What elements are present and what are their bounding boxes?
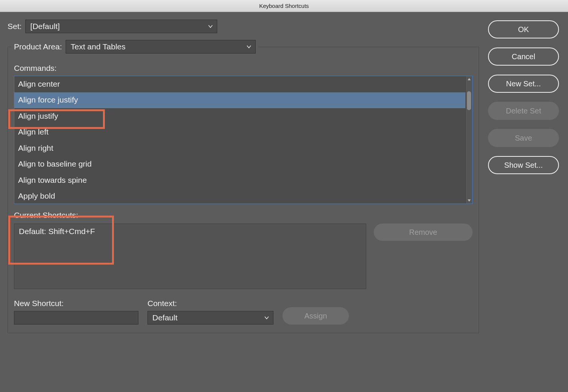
- chevron-down-icon: [264, 315, 269, 320]
- assign-button[interactable]: Assign: [282, 307, 349, 325]
- cancel-button[interactable]: Cancel: [488, 47, 559, 66]
- command-item[interactable]: Align to baseline grid: [14, 156, 465, 173]
- save-button[interactable]: Save: [488, 129, 559, 147]
- show-set-button[interactable]: Show Set...: [488, 156, 559, 174]
- scroll-up-icon[interactable]: [466, 76, 472, 82]
- context-label: Context:: [147, 299, 273, 308]
- remove-button[interactable]: Remove: [374, 224, 473, 241]
- dialog-title: Keyboard Shortcuts: [259, 3, 309, 9]
- commands-label: Commands:: [14, 64, 473, 73]
- current-shortcuts-listbox[interactable]: Default: Shift+Cmd+F: [14, 224, 366, 289]
- product-area-value: Text and Tables: [71, 42, 126, 51]
- chevron-down-icon: [208, 24, 213, 29]
- product-area-dropdown[interactable]: Text and Tables: [66, 40, 256, 54]
- set-dropdown[interactable]: [Default]: [25, 20, 217, 33]
- product-area-fieldset: Product Area: Text and Tables Commands: …: [8, 47, 479, 333]
- set-label: Set:: [8, 22, 21, 31]
- context-value: Default: [152, 313, 178, 322]
- dialog-titlebar: Keyboard Shortcuts: [0, 0, 568, 12]
- new-set-button[interactable]: New Set...: [488, 75, 559, 93]
- commands-listbox[interactable]: Align centerAlign force justifyAlign jus…: [14, 76, 473, 204]
- product-area-label: Product Area:: [14, 42, 62, 51]
- command-item[interactable]: Align center: [14, 76, 465, 92]
- shortcut-item[interactable]: Default: Shift+Cmd+F: [16, 225, 364, 237]
- delete-set-button[interactable]: Delete Set: [488, 102, 559, 120]
- set-value: [Default]: [30, 22, 60, 31]
- new-shortcut-label: New Shortcut:: [14, 299, 138, 308]
- command-item[interactable]: Align force justify: [14, 92, 465, 109]
- command-item[interactable]: Align justify: [14, 108, 465, 124]
- commands-scrollbar[interactable]: [465, 76, 472, 204]
- command-item[interactable]: Align left: [14, 124, 465, 141]
- command-item[interactable]: Align towards spine: [14, 172, 465, 188]
- new-shortcut-input[interactable]: [14, 311, 138, 325]
- scroll-thumb[interactable]: [467, 91, 471, 110]
- current-shortcuts-label: Current Shortcuts:: [14, 211, 473, 220]
- scroll-down-icon[interactable]: [466, 198, 472, 204]
- ok-button[interactable]: OK: [488, 20, 559, 38]
- set-row: Set: [Default]: [8, 20, 479, 33]
- command-item[interactable]: Apply bold: [14, 188, 465, 204]
- command-item[interactable]: Align right: [14, 140, 465, 156]
- context-dropdown[interactable]: Default: [147, 311, 273, 325]
- chevron-down-icon: [246, 44, 252, 49]
